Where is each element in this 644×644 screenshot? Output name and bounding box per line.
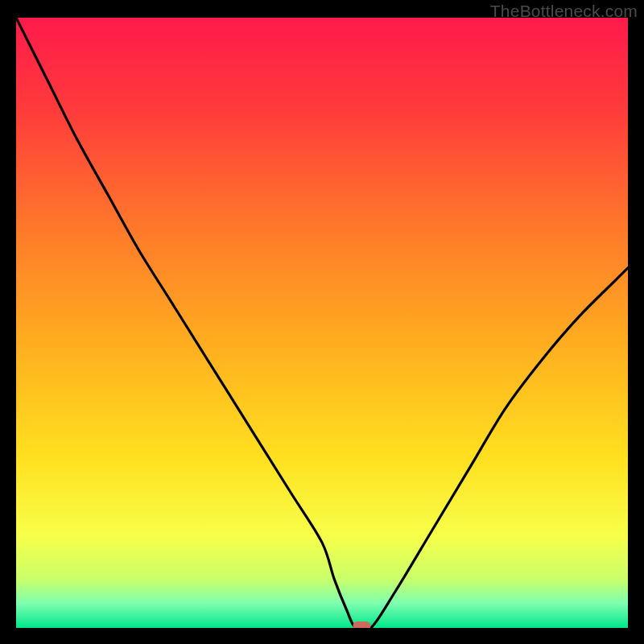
bottleneck-plot — [16, 18, 628, 628]
optimal-marker — [353, 621, 370, 628]
gradient-background — [16, 18, 628, 628]
watermark-text: TheBottleneck.com — [490, 2, 638, 21]
chart-frame: TheBottleneck.com — [0, 0, 644, 644]
